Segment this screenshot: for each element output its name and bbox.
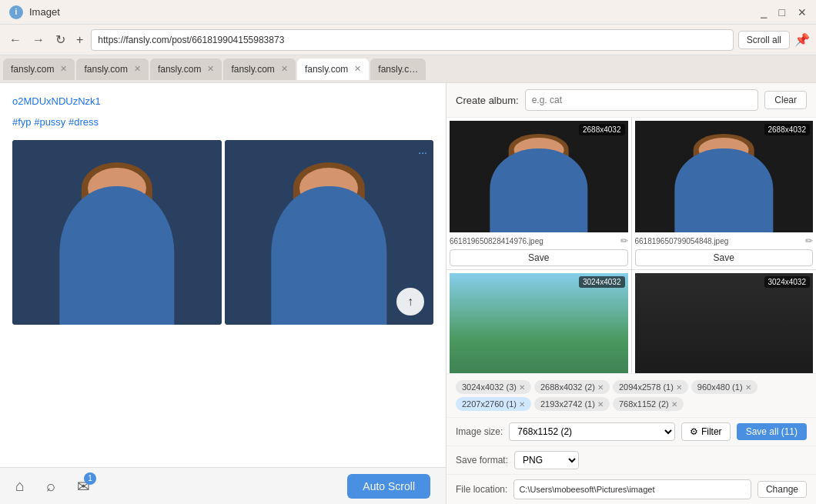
clear-button[interactable]: Clear: [764, 91, 807, 109]
page-image-left: [12, 140, 222, 325]
filter-tag-6-remove[interactable]: ✕: [597, 400, 604, 409]
filter-icon: ⚙: [690, 426, 698, 437]
album-input[interactable]: [525, 89, 759, 111]
filter-tag-4[interactable]: 960x480 (1) ✕: [691, 380, 757, 394]
save-button-1[interactable]: Save: [450, 249, 628, 266]
tab-3-label: fansly.com: [158, 64, 201, 75]
save-all-button[interactable]: Save all (11): [737, 423, 807, 440]
titlebar: i Imaget ⎯ □ ✕: [0, 0, 816, 25]
tab-1-close[interactable]: ✕: [60, 64, 67, 74]
album-bar: Create album: Clear: [446, 83, 816, 118]
image-gallery: 2688x4032 661819650828414976.jpeg ✏ Save: [446, 118, 816, 373]
new-tab-button[interactable]: +: [73, 30, 86, 50]
edit-icon-1[interactable]: ✏: [620, 235, 628, 246]
auto-scroll-button[interactable]: Auto Scroll: [347, 474, 430, 499]
home-button[interactable]: ⌂: [15, 477, 25, 496]
maximize-button[interactable]: □: [779, 6, 785, 18]
addressbar: ← → ↻ + Scroll all 📌: [0, 25, 816, 55]
app-logo: i: [9, 5, 23, 19]
bottom-bar: ⌂ ⌕ ✉ 1 Auto Scroll: [0, 467, 446, 504]
change-button[interactable]: Change: [757, 481, 807, 498]
tab-5-label: fansly.com: [305, 64, 348, 75]
filter-tag-2-remove[interactable]: ✕: [597, 383, 604, 392]
ellipsis-button[interactable]: ···: [418, 146, 427, 159]
location-row: File location: Change: [446, 474, 816, 504]
search-button[interactable]: ⌕: [46, 477, 55, 496]
gallery-dim-2: 2688x4032: [764, 124, 811, 135]
image-size-label: Image size:: [456, 426, 503, 437]
filter-tag-3-remove[interactable]: ✕: [676, 383, 682, 392]
album-label: Create album:: [456, 95, 519, 106]
address-input[interactable]: [91, 29, 733, 51]
mail-badge: 1: [84, 472, 96, 485]
app-title: Imaget: [29, 6, 60, 18]
tab-5[interactable]: fansly.com ✕: [297, 58, 369, 80]
tab-1-label: fansly.com: [11, 64, 54, 75]
refresh-button[interactable]: ↻: [52, 29, 69, 50]
gallery-dim-3: 3024x4032: [579, 276, 625, 288]
tab-2-close[interactable]: ✕: [134, 64, 141, 74]
tab-3-close[interactable]: ✕: [207, 64, 214, 74]
format-row: Save format: PNG JPEG WEBP: [446, 446, 816, 474]
tab-1[interactable]: fansly.com ✕: [3, 58, 75, 80]
save-format-label: Save format:: [456, 455, 508, 466]
gallery-cell-4: 3024x4032: [632, 270, 817, 373]
filter-tags-row: 3024x4032 (3) ✕ 2688x4032 (2) ✕ 2094x257…: [446, 373, 816, 417]
tab-2[interactable]: fansly.com ✕: [76, 58, 148, 80]
minimize-button[interactable]: ⎯: [761, 6, 767, 18]
filter-button[interactable]: ⚙ Filter: [681, 422, 731, 441]
window-controls[interactable]: ⎯ □ ✕: [761, 6, 807, 18]
filter-tag-2[interactable]: 2688x4032 (2) ✕: [534, 380, 610, 394]
close-button[interactable]: ✕: [798, 6, 807, 18]
filter-tag-3[interactable]: 2094x2578 (1) ✕: [613, 380, 688, 394]
file-location-label: File location:: [456, 484, 507, 495]
tab-4[interactable]: fansly.com ✕: [223, 58, 295, 80]
page-tags: #fyp #pussy #dress: [12, 116, 433, 128]
filter-tag-1-remove[interactable]: ✕: [519, 383, 525, 392]
tab-5-close[interactable]: ✕: [354, 64, 361, 74]
gallery-image-3[interactable]: 3024x4032: [450, 273, 628, 373]
tab-4-label: fansly.com: [231, 64, 274, 75]
tabs-bar: fansly.com ✕ fansly.com ✕ fansly.com ✕ f…: [0, 55, 816, 83]
gallery-dim-4: 3024x4032: [764, 276, 811, 288]
gallery-cell-1: 2688x4032 661819650828414976.jpeg ✏ Save: [446, 118, 631, 269]
filter-tag-4-remove[interactable]: ✕: [745, 383, 751, 392]
tab-4-close[interactable]: ✕: [281, 64, 288, 74]
scroll-all-button[interactable]: Scroll all: [738, 31, 790, 49]
gallery-dim-1: 2688x4032: [579, 124, 625, 135]
page-link[interactable]: o2MDUxNDUzNzk1: [12, 95, 433, 107]
tab-3[interactable]: fansly.com ✕: [150, 58, 222, 80]
filter-tag-1[interactable]: 3024x4032 (3) ✕: [456, 380, 531, 394]
save-button-2[interactable]: Save: [635, 249, 814, 266]
filter-tag-5[interactable]: 2207x2760 (1) ✕: [456, 397, 531, 411]
gallery-image-4[interactable]: 3024x4032: [635, 273, 814, 373]
filter-tag-7[interactable]: 768x1152 (2) ✕: [613, 397, 684, 411]
scroll-up-button[interactable]: ↑: [396, 288, 424, 315]
back-button[interactable]: ←: [6, 30, 25, 50]
filter-tag-6[interactable]: 2193x2742 (1) ✕: [534, 397, 610, 411]
tab-6[interactable]: fansly.c…: [370, 58, 426, 80]
gallery-cell-2: 2688x4032 661819650799054848.jpeg ✏ Save: [632, 118, 817, 269]
mail-button[interactable]: ✉ 1: [77, 477, 90, 496]
gallery-filename-1: 661819650828414976.jpeg: [450, 237, 543, 245]
pin-button[interactable]: 📌: [794, 32, 810, 47]
gallery-image-2[interactable]: 2688x4032: [635, 121, 814, 232]
gallery-image-1[interactable]: 2688x4032: [450, 121, 628, 232]
gallery-filename-2: 661819650799054848.jpeg: [635, 237, 729, 245]
tab-6-label: fansly.c…: [378, 64, 418, 75]
file-location-input[interactable]: [513, 479, 751, 499]
panel-pane: Create album: Clear 2688x4032 661819: [446, 83, 816, 504]
browser-pane: o2MDUxNDUzNzk1 #fyp #pussy #dress: [0, 83, 446, 504]
save-format-select[interactable]: PNG JPEG WEBP: [514, 451, 579, 469]
images-grid: ··· ↑: [12, 140, 433, 325]
filter-tag-5-remove[interactable]: ✕: [519, 400, 525, 409]
page-image-right: ··· ↑: [225, 140, 434, 325]
controls-row: Image size: 768x1152 (2) 3024x4032 (3) 2…: [446, 417, 816, 446]
gallery-cell-3: 3024x4032: [446, 270, 631, 373]
filter-tag-7-remove[interactable]: ✕: [671, 400, 677, 409]
tab-2-label: fansly.com: [84, 64, 127, 75]
image-size-select[interactable]: 768x1152 (2) 3024x4032 (3) 2688x4032 (2)…: [509, 422, 675, 441]
forward-button[interactable]: →: [29, 30, 48, 50]
edit-icon-2[interactable]: ✏: [805, 235, 813, 246]
